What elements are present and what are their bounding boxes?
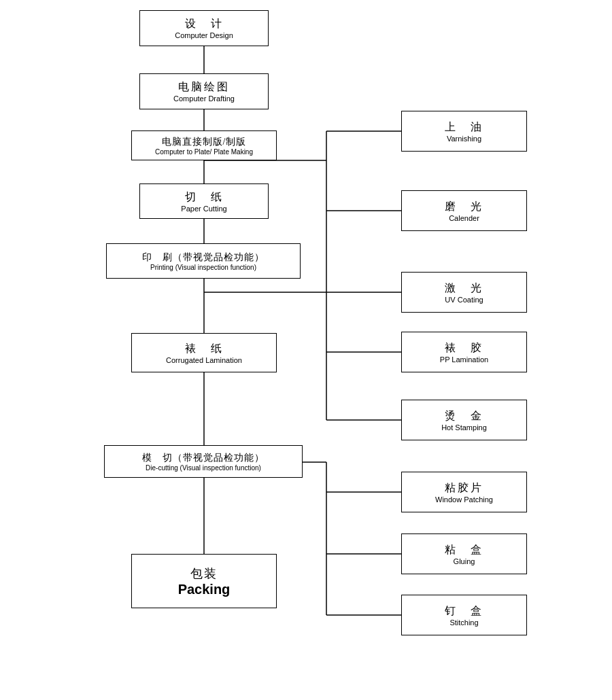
packing-en: Packing <box>178 582 231 597</box>
calender-node: 磨 光 Calender <box>401 190 527 231</box>
computer-design-cn: 设 计 <box>185 17 224 31</box>
corrugated-cn: 裱 纸 <box>185 342 224 356</box>
hot-stamping-node: 烫 金 Hot Stamping <box>401 400 527 440</box>
window-patching-cn: 粘胶片 <box>445 481 483 495</box>
corrugated-en: Corrugated Lamination <box>166 356 242 364</box>
packing-node: 包装 Packing <box>131 554 277 608</box>
computer-design-en: Computer Design <box>175 31 233 39</box>
window-patching-en: Window Patching <box>435 495 493 504</box>
gluing-cn: 粘 盒 <box>445 543 483 557</box>
packing-cn: 包装 <box>190 565 218 582</box>
plate-making-cn: 电脑直接制版/制版 <box>162 136 247 148</box>
pp-en: PP Lamination <box>440 355 488 364</box>
plate-making-en: Computer to Plate/ Plate Making <box>155 148 253 156</box>
uv-cn: 激 光 <box>445 281 483 296</box>
hot-stamping-cn: 烫 金 <box>445 409 483 423</box>
hot-stamping-en: Hot Stamping <box>441 423 487 432</box>
printing-node: 印 刷（带视觉品检功能） Printing (Visual inspection… <box>106 243 301 279</box>
uv-en: UV Coating <box>445 296 483 304</box>
gluing-node: 粘 盒 Gluing <box>401 533 527 574</box>
computer-drafting-en: Computer Drafting <box>173 94 235 103</box>
paper-cutting-en: Paper Cutting <box>181 205 226 213</box>
stitching-node: 钉 盒 Stitching <box>401 595 527 635</box>
die-cutting-cn: 模 切（带视觉品检功能） <box>142 452 265 464</box>
process-diagram: 设 计 Computer Design 电脑绘图 Computer Drafti… <box>0 0 612 700</box>
paper-cutting-cn: 切 纸 <box>185 190 224 205</box>
pp-lamination-node: 裱 胶 PP Lamination <box>401 332 527 372</box>
calender-en: Calender <box>449 214 479 222</box>
computer-design-node: 设 计 Computer Design <box>139 10 269 46</box>
window-patching-node: 粘胶片 Window Patching <box>401 472 527 512</box>
varnishing-en: Varnishing <box>447 135 481 143</box>
stitching-cn: 钉 盒 <box>445 604 483 618</box>
computer-drafting-node: 电脑绘图 Computer Drafting <box>139 73 269 109</box>
printing-en: Printing (Visual inspection function) <box>150 264 256 271</box>
plate-making-node: 电脑直接制版/制版 Computer to Plate/ Plate Makin… <box>131 130 277 160</box>
calender-cn: 磨 光 <box>445 200 483 214</box>
paper-cutting-node: 切 纸 Paper Cutting <box>139 183 269 219</box>
printing-cn: 印 刷（带视觉品检功能） <box>142 251 265 264</box>
uv-coating-node: 激 光 UV Coating <box>401 272 527 313</box>
gluing-en: Gluing <box>454 557 475 565</box>
pp-cn: 裱 胶 <box>445 341 483 355</box>
computer-drafting-cn: 电脑绘图 <box>178 80 230 94</box>
die-cutting-en: Die-cutting (Visual inspection function) <box>146 464 261 472</box>
varnishing-node: 上 油 Varnishing <box>401 111 527 152</box>
varnishing-cn: 上 油 <box>445 120 483 135</box>
die-cutting-node: 模 切（带视觉品检功能） Die-cutting (Visual inspect… <box>104 445 303 478</box>
stitching-en: Stitching <box>449 618 478 627</box>
corrugated-lamination-node: 裱 纸 Corrugated Lamination <box>131 333 277 372</box>
